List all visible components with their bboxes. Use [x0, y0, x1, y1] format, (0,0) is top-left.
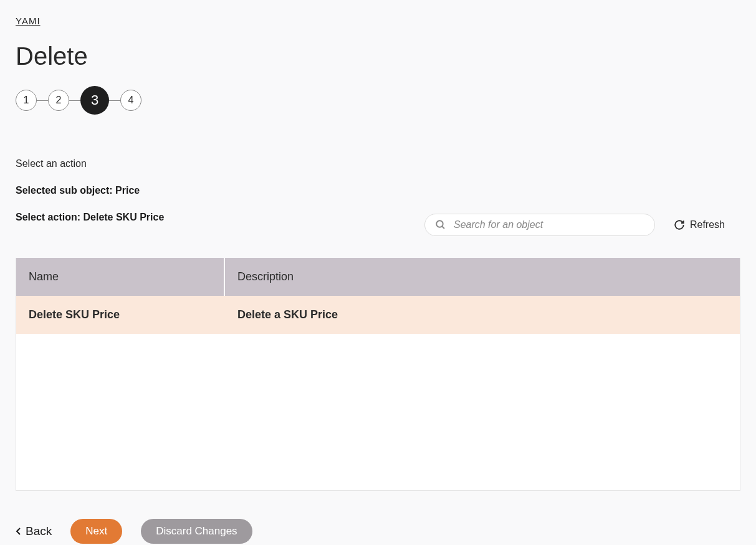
- refresh-label: Refresh: [690, 219, 725, 230]
- action-table: Name Description Delete SKU Price Delete…: [16, 258, 740, 491]
- discard-button[interactable]: Discard Changes: [141, 519, 252, 544]
- step-2[interactable]: 2: [48, 90, 69, 111]
- step-4[interactable]: 4: [120, 90, 141, 111]
- search-container: [424, 214, 655, 236]
- footer-buttons: Back Next Discard Changes: [16, 519, 740, 544]
- svg-point-0: [436, 220, 443, 227]
- instruction-text: Select an action: [16, 158, 740, 169]
- step-connector: [109, 100, 120, 101]
- column-header-name: Name: [16, 258, 225, 296]
- cell-description: Delete a SKU Price: [225, 296, 740, 334]
- search-input[interactable]: [454, 219, 644, 230]
- step-3[interactable]: 3: [80, 86, 109, 115]
- cell-name: Delete SKU Price: [16, 296, 225, 334]
- page-title: Delete: [16, 42, 740, 70]
- step-1[interactable]: 1: [16, 90, 37, 111]
- table-header: Name Description: [16, 258, 740, 296]
- chevron-left-icon: [16, 527, 22, 536]
- stepper: 1 2 3 4: [16, 86, 740, 115]
- table-row[interactable]: Delete SKU Price Delete a SKU Price: [16, 296, 740, 334]
- refresh-button[interactable]: Refresh: [674, 219, 725, 230]
- search-icon: [435, 219, 446, 230]
- next-button[interactable]: Next: [70, 519, 122, 544]
- column-header-description: Description: [225, 258, 740, 296]
- back-button[interactable]: Back: [16, 524, 52, 538]
- step-connector: [69, 100, 80, 101]
- refresh-icon: [674, 219, 685, 230]
- back-label: Back: [26, 524, 52, 538]
- step-connector: [37, 100, 48, 101]
- selected-sub-object: Selected sub object: Price: [16, 185, 740, 196]
- breadcrumb[interactable]: YAMI: [16, 16, 41, 26]
- svg-line-1: [442, 226, 444, 229]
